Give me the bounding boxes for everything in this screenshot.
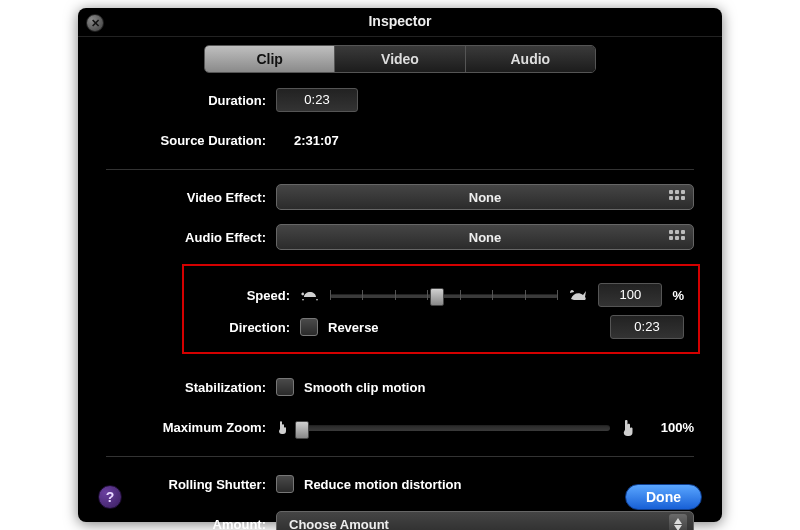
tab-video[interactable]: Video	[335, 46, 465, 72]
inspector-panel: ✕ Inspector Clip Video Audio Duration: 0…	[78, 8, 722, 522]
video-effect-value: None	[469, 190, 502, 205]
video-effect-label: Video Effect:	[106, 190, 266, 205]
audio-effect-selector[interactable]: None	[276, 224, 694, 250]
divider	[106, 169, 694, 170]
hand-small-icon	[276, 418, 292, 437]
tab-bar: Clip Video Audio	[204, 45, 596, 73]
source-duration-label: Source Duration:	[106, 133, 266, 148]
maximum-zoom-label: Maximum Zoom:	[106, 420, 266, 435]
done-button[interactable]: Done	[625, 484, 702, 510]
direction-duration-field[interactable]: 0:23	[610, 315, 684, 339]
help-icon: ?	[106, 489, 115, 505]
grid-icon	[669, 190, 685, 204]
reverse-checkbox[interactable]	[300, 318, 318, 336]
grid-icon	[669, 230, 685, 244]
help-button[interactable]: ?	[98, 485, 122, 509]
stepper-arrows-icon	[669, 514, 687, 530]
maximum-zoom-value: 100%	[650, 420, 694, 435]
duration-label: Duration:	[106, 93, 266, 108]
reverse-checkbox-label: Reverse	[328, 320, 379, 335]
stabilization-label: Stabilization:	[106, 380, 266, 395]
turtle-icon	[300, 287, 320, 304]
audio-effect-label: Audio Effect:	[106, 230, 266, 245]
stabilization-checkbox[interactable]	[276, 378, 294, 396]
speed-section-highlight: Speed: 100 % Direction: Reverse	[182, 264, 700, 354]
stabilization-checkbox-label: Smooth clip motion	[304, 380, 425, 395]
direction-label: Direction:	[198, 320, 290, 335]
source-duration-value: 2:31:07	[294, 133, 339, 148]
tab-clip[interactable]: Clip	[205, 46, 335, 72]
speed-value-field[interactable]: 100	[598, 283, 662, 307]
maximum-zoom-slider[interactable]	[302, 417, 610, 437]
window-title: Inspector	[78, 13, 722, 29]
amount-value: Choose Amount	[289, 517, 389, 530]
tab-audio[interactable]: Audio	[466, 46, 595, 72]
rabbit-icon	[568, 287, 588, 304]
speed-label: Speed:	[198, 288, 290, 303]
duration-field[interactable]: 0:23	[276, 88, 358, 112]
amount-dropdown[interactable]: Choose Amount	[276, 511, 694, 530]
amount-label: Amount:	[106, 517, 266, 530]
speed-slider[interactable]	[330, 285, 558, 305]
titlebar: ✕ Inspector	[78, 8, 722, 37]
percent-sign: %	[672, 288, 684, 303]
hand-large-icon	[620, 416, 640, 439]
audio-effect-value: None	[469, 230, 502, 245]
video-effect-selector[interactable]: None	[276, 184, 694, 210]
divider	[106, 456, 694, 457]
